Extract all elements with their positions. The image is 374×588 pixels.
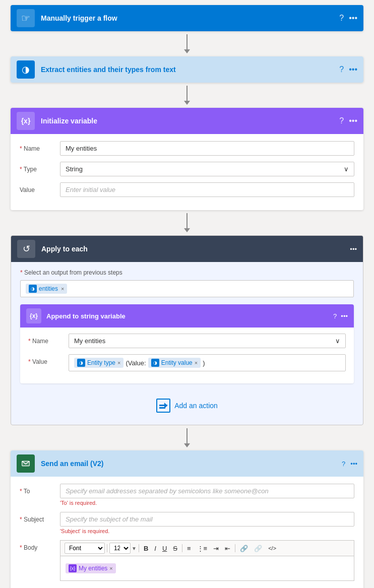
extract-help-icon[interactable]: ? — [339, 65, 344, 74]
subject-label: Subject — [20, 512, 60, 523]
to-label: To — [20, 484, 60, 495]
append-var-actions: ? ••• — [333, 312, 348, 320]
send-email-more-icon[interactable]: ••• — [350, 460, 357, 468]
type-chevron-icon: ∨ — [344, 165, 349, 173]
send-email-block: Send an email (V2) ? ••• To 'To' is requ… — [11, 450, 363, 588]
indent-button[interactable]: ⇥ — [211, 544, 221, 553]
entity-type-icon: ◑ — [77, 359, 85, 367]
append-name-label: Name — [28, 334, 69, 345]
init-var-block: {x} Initialize variable ? ••• Name Type … — [11, 108, 363, 210]
connector-3 — [184, 210, 190, 235]
to-field-row: To 'To' is required. — [20, 484, 354, 506]
type-value: String — [66, 165, 83, 173]
connector-1 — [184, 31, 190, 56]
font-select[interactable]: Font — [65, 543, 105, 554]
email-icon-box — [17, 454, 35, 473]
connector-arrow-2 — [184, 101, 190, 105]
trigger-block: ☞ Manually trigger a flow ? ••• — [11, 5, 363, 31]
to-input[interactable] — [60, 484, 354, 498]
append-var-block: {x} Append to string variable ? ••• Name… — [20, 304, 354, 383]
outdent-button[interactable]: ⇤ — [222, 544, 233, 553]
code-button[interactable]: </> — [266, 544, 279, 552]
email-svg-icon — [20, 458, 31, 469]
to-error: 'To' is required. — [60, 500, 354, 506]
subject-field-row: Subject 'Subject' is required. — [20, 512, 354, 534]
connector-line-2 — [186, 86, 188, 101]
strikethrough-button[interactable]: S — [170, 544, 180, 553]
send-email-help-icon[interactable]: ? — [342, 460, 345, 468]
init-var-body: Name Type String ∨ Value — [11, 134, 363, 210]
entities-tag-icon: ◑ — [29, 285, 37, 293]
body-content-area[interactable]: {x} My entities × — [60, 556, 354, 581]
font-size-select[interactable]: 12 — [109, 543, 131, 554]
append-name-input-wrapper: My entities ∨ — [69, 334, 346, 348]
append-value-row: Value ◑ Entity type × (Value: ◑ — [28, 354, 346, 371]
init-var-help-icon[interactable]: ? — [339, 116, 344, 125]
body-toolbar: Font 12 ▼ B I U S ≡ ⋮≡ — [60, 540, 354, 556]
extract-block: ◑ Extract entities and their types from … — [11, 56, 363, 83]
extract-header: ◑ Extract entities and their types from … — [11, 56, 363, 83]
init-var-actions: ? ••• — [339, 116, 357, 125]
connector-2 — [184, 83, 190, 108]
unlink-button[interactable]: 🔗 — [252, 544, 265, 553]
init-var-title: Initialize variable — [41, 117, 339, 125]
init-var-header: {x} Initialize variable ? ••• — [11, 108, 363, 134]
subject-error: 'Subject' is required. — [60, 528, 354, 534]
send-email-actions: ? ••• — [342, 460, 357, 468]
name-input-wrapper — [60, 141, 354, 156]
numbered-list-button[interactable]: ⋮≡ — [195, 544, 210, 553]
bold-button[interactable]: B — [141, 544, 151, 553]
append-var-icon: {x} — [26, 308, 41, 323]
toolbar-divider-2 — [139, 544, 139, 552]
svg-marker-2 — [164, 403, 167, 409]
entities-tag: ◑ entities × — [26, 284, 67, 294]
name-input[interactable] — [60, 141, 354, 156]
to-input-wrapper: 'To' is required. — [60, 484, 354, 506]
underline-button[interactable]: U — [160, 544, 169, 553]
apply-each-more-icon[interactable]: ••• — [350, 245, 357, 253]
send-email-header: Send an email (V2) ? ••• — [11, 450, 363, 477]
append-var-body: Name My entities ∨ Value — [20, 328, 354, 383]
value-input[interactable] — [60, 182, 354, 197]
extract-actions: ? ••• — [339, 65, 357, 74]
apply-each-actions: ••• — [350, 245, 357, 253]
my-entities-remove[interactable]: × — [109, 565, 112, 571]
append-value-token-row: ◑ Entity type × (Value: ◑ Entity value × — [69, 354, 346, 371]
trigger-more-icon[interactable]: ••• — [349, 14, 357, 23]
name-label: Name — [20, 141, 60, 152]
type-field-row: Type String ∨ — [20, 162, 354, 176]
entity-value-remove[interactable]: × — [195, 360, 198, 366]
type-dropdown[interactable]: String ∨ — [60, 162, 354, 176]
extract-title: Extract entities and their types from te… — [41, 66, 339, 74]
trigger-icon: ☞ — [17, 9, 35, 27]
trigger-header: ☞ Manually trigger a flow ? ••• — [11, 5, 363, 31]
name-field-row: Name — [20, 141, 354, 156]
trigger-actions: ? ••• — [339, 14, 357, 23]
extract-more-icon[interactable]: ••• — [349, 65, 357, 74]
trigger-help-icon[interactable]: ? — [339, 14, 344, 23]
entity-value-label: Entity value — [161, 359, 193, 366]
extract-icon: ◑ — [17, 60, 35, 79]
add-action-button[interactable]: Add an action — [156, 399, 218, 413]
append-name-dropdown[interactable]: My entities ∨ — [69, 334, 346, 348]
subject-input-wrapper: 'Subject' is required. — [60, 512, 354, 534]
body-label: Body — [20, 540, 60, 551]
toolbar-dropdown-icon: ▼ — [132, 546, 137, 551]
subject-input[interactable] — [60, 512, 354, 527]
entity-type-label: Entity type — [87, 359, 115, 366]
append-var-help-icon[interactable]: ? — [333, 312, 337, 320]
entity-type-remove[interactable]: × — [117, 360, 120, 366]
bullet-list-button[interactable]: ≡ — [184, 544, 194, 553]
append-var-more-icon[interactable]: ••• — [341, 312, 348, 320]
add-action-icon — [156, 399, 170, 413]
append-var-header: {x} Append to string variable ? ••• — [20, 304, 354, 328]
entities-tag-label: entities — [39, 285, 58, 292]
connector-arrow — [184, 49, 190, 53]
apply-each-block: ↺ Apply to each ••• * Select an output f… — [11, 235, 363, 425]
entities-tag-remove[interactable]: × — [61, 286, 64, 292]
init-var-more-icon[interactable]: ••• — [349, 116, 357, 125]
append-name-chevron: ∨ — [335, 337, 340, 345]
link-button[interactable]: 🔗 — [237, 544, 251, 553]
italic-button[interactable]: I — [152, 544, 159, 553]
connector-arrow-4 — [184, 443, 190, 447]
